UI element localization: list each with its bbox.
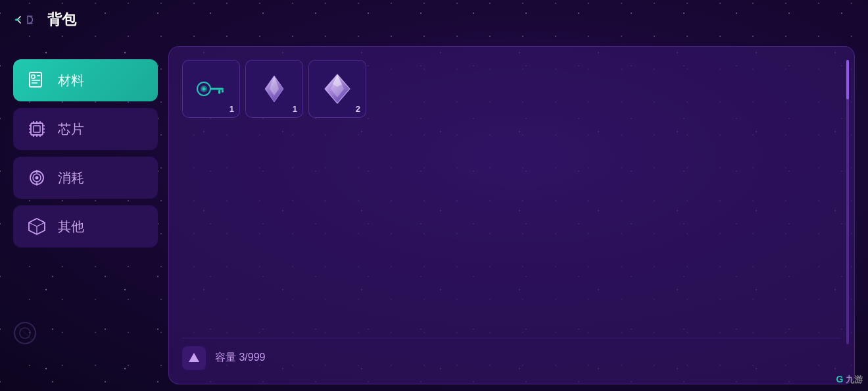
svg-rect-34	[222, 90, 224, 93]
svg-rect-7	[34, 126, 40, 132]
svg-rect-2	[32, 75, 35, 78]
sidebar-item-others[interactable]: 其他	[13, 205, 158, 248]
capacity-text: 容量 3/999	[215, 351, 265, 365]
sidebar-item-materials[interactable]: 材料	[13, 59, 158, 101]
document-icon	[25, 68, 49, 92]
scrollbar-track[interactable]	[846, 60, 849, 344]
sidebar-label-materials: 材料	[58, 72, 84, 90]
sidebar-label-chips: 芯片	[58, 120, 84, 138]
diamond-small-icon	[257, 72, 291, 106]
scrollbar-thumb[interactable]	[846, 60, 849, 99]
box-icon	[25, 215, 49, 238]
inventory-footer: 容量 3/999	[182, 338, 841, 371]
svg-marker-42	[189, 353, 199, 362]
item-diamond-small-count: 1	[293, 104, 297, 114]
item-key[interactable]: 1	[182, 60, 240, 118]
watermark: G 九游	[836, 374, 863, 386]
main-content: 材料	[0, 39, 868, 391]
sidebar-item-chips[interactable]: 芯片	[13, 108, 158, 150]
sidebar-label-consumables: 消耗	[58, 169, 84, 187]
item-key-count: 1	[229, 104, 234, 114]
svg-point-22	[36, 176, 39, 180]
item-diamond-small[interactable]: 1	[245, 60, 303, 118]
back-icon	[13, 11, 24, 29]
sidebar-item-consumables[interactable]: 消耗	[13, 157, 158, 199]
svg-rect-33	[218, 90, 220, 94]
svg-rect-1	[30, 72, 41, 87]
chip-icon	[25, 117, 49, 141]
page-title: 背包	[47, 10, 76, 30]
sort-button[interactable]	[182, 346, 206, 370]
key-icon	[194, 72, 228, 106]
svg-rect-6	[31, 123, 43, 135]
logo-icon	[24, 10, 37, 30]
item-diamond-large[interactable]: 2	[308, 60, 366, 118]
svg-rect-32	[210, 88, 224, 90]
svg-line-27	[37, 222, 45, 226]
svg-line-26	[29, 222, 37, 226]
sidebar-label-others: 其他	[58, 218, 84, 236]
header: 背包	[0, 0, 868, 39]
inventory-panel: 1	[168, 46, 855, 384]
diamond-large-icon	[320, 72, 354, 106]
items-grid: 1	[182, 60, 841, 331]
sort-icon	[187, 352, 201, 365]
svg-point-31	[203, 88, 206, 91]
item-diamond-large-count: 2	[356, 104, 360, 114]
left-decoration	[12, 320, 38, 352]
back-button[interactable]	[13, 8, 37, 32]
target-icon	[25, 166, 49, 190]
